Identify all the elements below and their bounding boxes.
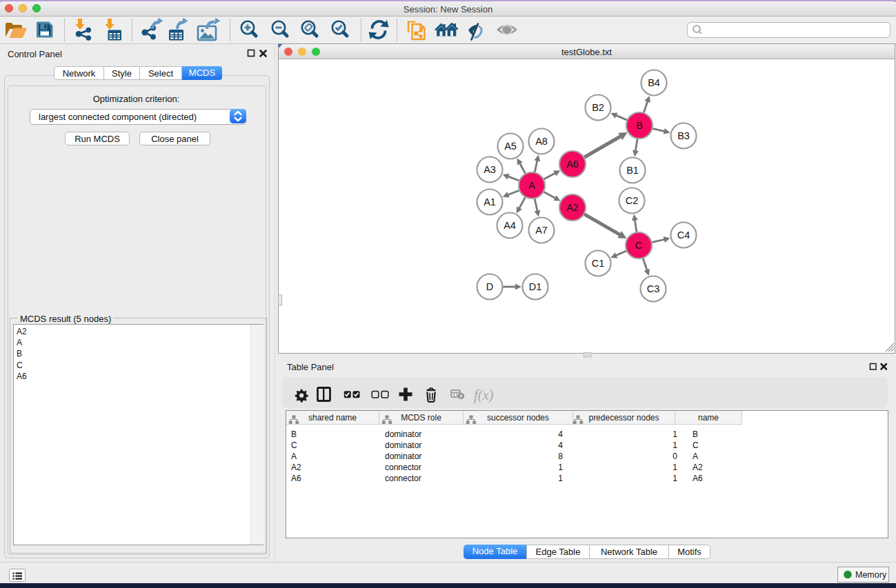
svg-text:A4: A4: [504, 220, 516, 231]
svg-text:B2: B2: [592, 102, 604, 113]
svg-text:A8: A8: [535, 136, 548, 147]
svg-text:A1: A1: [484, 196, 496, 207]
svg-text:B: B: [636, 120, 643, 131]
svg-text:C: C: [635, 240, 642, 251]
svg-text:D1: D1: [529, 281, 542, 292]
svg-text:A3: A3: [484, 164, 496, 175]
svg-text:D: D: [486, 281, 493, 292]
svg-text:A5: A5: [504, 141, 517, 152]
svg-text:C2: C2: [626, 195, 639, 206]
svg-text:C1: C1: [592, 258, 605, 269]
svg-text:A2: A2: [566, 202, 579, 213]
svg-text:C4: C4: [677, 230, 690, 241]
svg-text:B3: B3: [677, 130, 690, 141]
svg-text:A6: A6: [566, 159, 579, 170]
svg-text:B4: B4: [648, 77, 660, 88]
svg-text:A: A: [528, 180, 535, 191]
svg-text:C3: C3: [647, 283, 660, 294]
svg-text:B1: B1: [626, 165, 639, 176]
svg-text:A7: A7: [535, 225, 548, 236]
